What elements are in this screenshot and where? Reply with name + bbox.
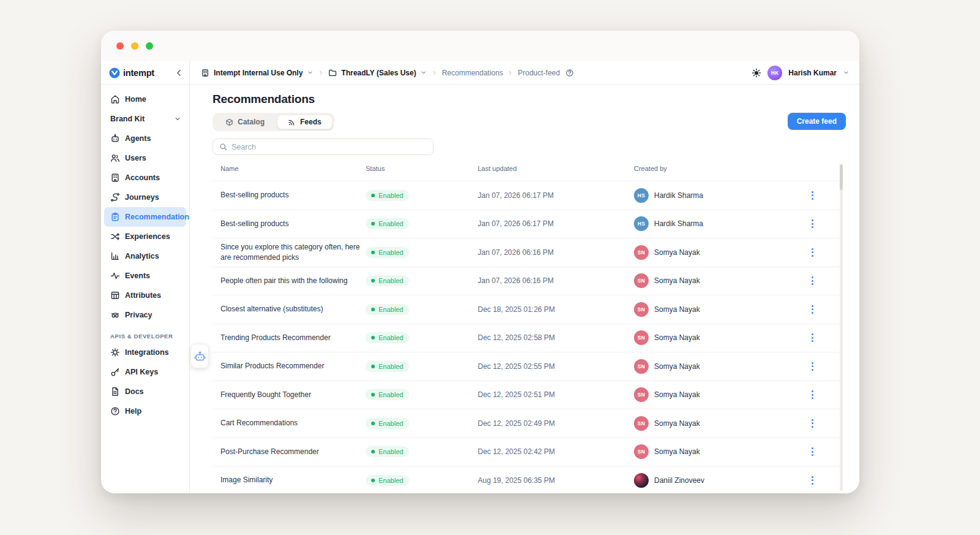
create-feed-button[interactable]: Create feed <box>788 113 846 130</box>
sidebar-section-label: APIS & DEVELOPER <box>104 331 186 341</box>
status-badge: Enabled <box>366 475 409 486</box>
breadcrumb-separator-icon <box>507 70 513 76</box>
table-body: Best-selling productsEnabledJan 07, 2026… <box>213 181 840 493</box>
help-icon <box>110 406 120 416</box>
sidebar-collapse-button[interactable] <box>174 68 184 78</box>
brand-name: intempt <box>123 68 154 78</box>
status-dot-icon <box>371 393 375 397</box>
sidebar-item-attributes[interactable]: Attributes <box>104 286 186 305</box>
minimize-button[interactable] <box>131 42 138 50</box>
status-dot-icon <box>371 308 375 311</box>
sidebar-item-brand-kit[interactable]: Brand Kit <box>104 109 186 129</box>
scrollbar-thumb[interactable] <box>840 164 843 190</box>
table-row[interactable]: Since you explore this category often, h… <box>213 238 840 267</box>
status-label: Enabled <box>379 306 403 313</box>
row-actions-kebab-icon[interactable] <box>807 387 817 402</box>
table-row[interactable]: Similar Products RecommenderEnabledDec 1… <box>213 352 840 381</box>
tab-feeds[interactable]: Feeds <box>277 115 333 129</box>
close-button[interactable] <box>116 42 124 50</box>
table-row[interactable]: Cart RecommendationsEnabledDec 12, 2025 … <box>213 409 840 438</box>
sidebar-item-help[interactable]: Help <box>104 401 186 421</box>
feed-name: Post-Purchase Recommender <box>221 447 360 457</box>
last-updated: Dec 12, 2025 02:55 PM <box>478 362 634 371</box>
status-dot-icon <box>371 479 375 482</box>
column-header-name[interactable]: Name <box>213 165 366 172</box>
sidebar-item-accounts[interactable]: Accounts <box>104 168 186 188</box>
breadcrumb-section[interactable]: Recommendations <box>442 69 503 77</box>
user-avatar[interactable]: HK <box>767 66 782 80</box>
last-updated: Jan 07, 2026 06:16 PM <box>478 276 634 285</box>
creator-name: Somya Nayak <box>654 305 700 314</box>
sidebar-item-label: Integrations <box>125 348 169 357</box>
building-icon <box>110 173 120 183</box>
org-chevron-down-icon[interactable] <box>307 69 314 76</box>
column-header-updated[interactable]: Last updated <box>478 165 634 172</box>
status-label: Enabled <box>379 249 403 256</box>
sidebar-item-api-keys[interactable]: API Keys <box>104 362 186 382</box>
sidebar-item-analytics[interactable]: Analytics <box>104 246 186 266</box>
table-row[interactable]: Frequently Bought TogetherEnabledDec 12,… <box>213 381 840 409</box>
table-row[interactable]: Post-Purchase RecommenderEnabledDec 12, … <box>213 438 840 466</box>
table-row[interactable]: People often pair this with the followin… <box>213 267 840 295</box>
row-actions-kebab-icon[interactable] <box>807 359 817 374</box>
status-label: Enabled <box>379 391 403 398</box>
search-input[interactable] <box>232 143 427 151</box>
project-chevron-down-icon[interactable] <box>420 69 427 76</box>
row-actions-kebab-icon[interactable] <box>807 444 817 459</box>
integrations-icon <box>110 347 120 357</box>
sidebar-item-privacy[interactable]: Privacy <box>104 305 186 325</box>
last-updated: Dec 12, 2025 02:42 PM <box>478 447 634 456</box>
scrollbar-track[interactable] <box>840 164 843 491</box>
user-chevron-down-icon[interactable] <box>843 69 850 76</box>
status-badge: Enabled <box>366 218 409 229</box>
sidebar-item-label: Journeys <box>125 193 159 202</box>
sidebar-item-agents[interactable]: Agents <box>104 129 186 148</box>
status-badge: Enabled <box>366 190 409 201</box>
creator-avatar: HS <box>634 188 649 203</box>
sidebar-item-experiences[interactable]: Experiences <box>104 227 186 246</box>
chatbot-launcher[interactable] <box>190 344 209 368</box>
theme-toggle-icon[interactable] <box>752 68 761 78</box>
row-actions-kebab-icon[interactable] <box>807 216 817 231</box>
status-label: Enabled <box>379 220 403 227</box>
column-header-status[interactable]: Status <box>366 165 478 172</box>
row-actions-kebab-icon[interactable] <box>807 188 817 203</box>
sidebar-item-label: Analytics <box>125 252 159 260</box>
table-row[interactable]: Trending Products RecommenderEnabledDec … <box>213 324 840 352</box>
sidebar-item-integrations[interactable]: Integrations <box>104 343 186 362</box>
help-circle-icon[interactable] <box>565 69 574 77</box>
sidebar-item-journeys[interactable]: Journeys <box>104 188 186 207</box>
last-updated: Jan 07, 2026 06:16 PM <box>478 248 634 257</box>
desktop: { "brand": { "name": "intempt", "logo_co… <box>0 0 980 535</box>
status-label: Enabled <box>379 477 403 484</box>
sidebar-item-docs[interactable]: Docs <box>104 382 186 401</box>
sidebar-item-home[interactable]: Home <box>104 89 186 109</box>
user-menu[interactable]: Harish Kumar <box>788 69 837 77</box>
table-row[interactable]: Best-selling productsEnabledJan 07, 2026… <box>213 210 840 238</box>
grid-icon <box>110 290 120 300</box>
creator: SNSomya Nayak <box>634 359 782 374</box>
row-actions-kebab-icon[interactable] <box>807 330 817 345</box>
row-actions-kebab-icon[interactable] <box>807 473 817 488</box>
creator-name: Somya Nayak <box>654 248 700 257</box>
table-row[interactable]: Best-selling productsEnabledJan 07, 2026… <box>213 181 840 210</box>
sidebar-item-events[interactable]: Events <box>104 266 186 286</box>
tab-catalog[interactable]: Catalog <box>214 115 276 129</box>
creator: SNSomya Nayak <box>634 416 782 431</box>
breadcrumb-page[interactable]: Product-feed <box>518 69 560 77</box>
maximize-button[interactable] <box>146 42 153 50</box>
breadcrumb-project[interactable]: ThreadLY (Sales Use) <box>341 69 416 77</box>
creator: SNSomya Nayak <box>634 302 782 317</box>
last-updated: Jan 07, 2026 06:17 PM <box>478 191 634 200</box>
row-actions-kebab-icon[interactable] <box>807 273 817 288</box>
table-row[interactable]: Image SimilarityEnabledAug 19, 2025 06:3… <box>213 466 840 493</box>
sidebar-item-users[interactable]: Users <box>104 148 186 168</box>
sidebar-item-recommendations[interactable]: Recommendations <box>104 207 186 227</box>
catalog-icon <box>225 118 233 126</box>
column-header-creator[interactable]: Created by <box>634 165 782 172</box>
breadcrumb-org[interactable]: Intempt Internal Use Only <box>214 69 303 77</box>
row-actions-kebab-icon[interactable] <box>807 302 817 317</box>
row-actions-kebab-icon[interactable] <box>807 245 817 260</box>
row-actions-kebab-icon[interactable] <box>807 416 817 431</box>
table-row[interactable]: Closest alternative (substitutes)Enabled… <box>213 295 840 324</box>
